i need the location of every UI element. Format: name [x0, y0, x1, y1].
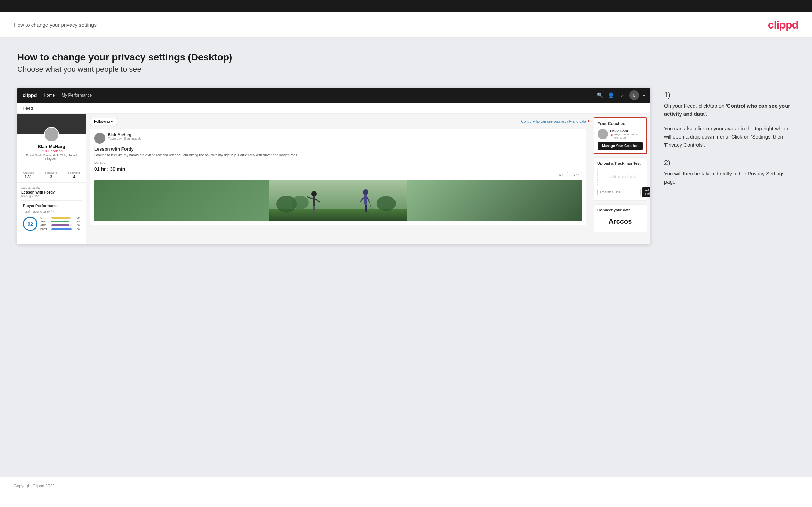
svg-rect-11: [313, 206, 314, 213]
trackman-placeholder: Trackman Link: [597, 168, 643, 185]
search-icon[interactable]: 🔍: [596, 92, 603, 99]
bar-track: [51, 217, 72, 219]
quality-info-icon: ⓘ: [51, 210, 54, 213]
bar-label: PUTT: [40, 228, 50, 231]
app-screenshot: clippd Home My Performance 🔍 👤 ○ B ▾ Fee…: [17, 88, 650, 244]
user-avatar-nav[interactable]: B: [629, 90, 639, 100]
instruction-1-extra: You can also click on your avatar in the…: [664, 124, 795, 149]
instruction-2-text: You will then be taken directly to the P…: [664, 169, 795, 186]
instruction-1-text: On your Feed, click/tap on 'Control who …: [664, 102, 795, 118]
upload-trackman-box: Upload a Trackman Test Trackman Link Add…: [594, 157, 647, 201]
article-subtitle: Choose what you want people to see: [17, 65, 795, 74]
coaches-title: Your Coaches: [598, 121, 643, 126]
profile-name: Blair McHarg: [21, 144, 82, 149]
avatar-image: [45, 128, 58, 141]
nav-home[interactable]: Home: [44, 93, 55, 98]
activities-stat: Activities 131: [23, 171, 34, 179]
manage-coaches-button[interactable]: Manage Your Coaches: [598, 142, 643, 150]
coach-club: 📍 Royal North Devon Golf Club: [610, 133, 643, 139]
site-footer: Copyright Clippd 2022: [0, 476, 812, 495]
tag-app: APP: [570, 172, 582, 177]
instruction-2: 2) You will then be taken directly to th…: [664, 159, 795, 186]
coach-avatar: [598, 129, 608, 139]
post-card: Blair McHarg Yesterday · Sunningdale Les…: [90, 129, 586, 225]
bar-fill: [51, 228, 72, 230]
instructions-col: 1) On your Feed, click/tap on 'Control w…: [664, 88, 795, 196]
profile-stats: Activities 131 Followers 3 Following 4: [17, 168, 86, 183]
center-feed: Following ▾ Control who can see your act…: [86, 114, 590, 244]
post-duration-value: 01 hr : 30 min: [94, 166, 582, 172]
profile-club: Royal North Devon Golf Club, United King…: [21, 154, 82, 161]
copyright-text: Copyright Clippd 2022: [14, 484, 55, 488]
profile-sidebar: Blair McHarg Plus Handicap Royal North D…: [17, 114, 86, 244]
bar-track: [51, 224, 72, 226]
arccos-brand: Arccos: [597, 215, 643, 228]
svg-rect-8: [313, 197, 315, 206]
app-nav: clippd Home My Performance 🔍 👤 ○ B ▾: [17, 88, 650, 103]
bar-label: APP: [40, 220, 50, 223]
svg-rect-14: [364, 195, 367, 205]
compass-icon[interactable]: ○: [618, 92, 625, 99]
following-button[interactable]: Following ▾: [90, 118, 117, 125]
svg-point-7: [311, 191, 317, 197]
svg-rect-18: [366, 205, 367, 212]
page-title: How to change your privacy settings: [14, 22, 97, 28]
latest-activity: Latest Activity Lesson with Fordy 03 Aug…: [17, 186, 86, 198]
annotation-arrow: [583, 119, 590, 123]
bar-label: ARG: [40, 224, 50, 227]
nav-my-performance[interactable]: My Performance: [62, 93, 92, 98]
coach-item: David Ford 📍 Royal North Devon Golf Club: [598, 129, 643, 139]
location-icon: 📍: [610, 134, 614, 137]
svg-marker-1: [588, 120, 590, 122]
bar-row: ARG 86: [40, 224, 80, 227]
perf-content: 92 OTT 90 APP 85 ARG: [23, 216, 80, 231]
post-tags: OTT APP: [94, 172, 582, 177]
bar-row: PUTT 96: [40, 228, 80, 231]
trackman-input-row: Add Link: [597, 187, 643, 197]
bar-row: APP 85: [40, 220, 80, 223]
bar-track: [51, 221, 72, 222]
privacy-link[interactable]: Control who can see your activity and da…: [521, 120, 586, 123]
post-author-avatar: [94, 133, 105, 144]
svg-point-5: [292, 196, 309, 209]
tag-ott: OTT: [556, 172, 568, 177]
bar-fill: [51, 221, 69, 222]
profile-banner: [17, 114, 86, 134]
svg-point-13: [363, 189, 368, 195]
two-column-layout: clippd Home My Performance 🔍 👤 ○ B ▾ Fee…: [17, 88, 795, 244]
site-logo: clippd: [768, 19, 798, 31]
bar-track: [51, 228, 72, 230]
followers-stat: Followers 3: [45, 171, 57, 179]
user-icon[interactable]: 👤: [607, 92, 614, 99]
app-body: Blair McHarg Plus Handicap Royal North D…: [17, 114, 650, 244]
bar-value: 85: [74, 220, 80, 223]
player-performance: Player Performance Total Player Quality …: [20, 200, 83, 234]
golfer-svg: [94, 180, 582, 221]
svg-rect-17: [365, 205, 366, 212]
instruction-1: 1) On your Feed, click/tap on 'Control w…: [664, 91, 795, 149]
app-logo: clippd: [23, 92, 37, 98]
profile-handicap: Plus Handicap: [21, 149, 82, 153]
coaches-box: Your Coaches David Ford 📍 Royal North De…: [594, 117, 647, 154]
perf-bars: OTT 90 APP 85 ARG 86: [40, 216, 80, 231]
feed-tab[interactable]: Feed: [17, 103, 650, 114]
main-content: How to change your privacy settings (Des…: [0, 38, 812, 476]
following-bar: Following ▾ Control who can see your act…: [90, 118, 586, 125]
bar-label: OTT: [40, 216, 50, 219]
article-title: How to change your privacy settings (Des…: [17, 52, 795, 63]
post-duration-label: Duration: [94, 161, 582, 164]
following-stat: Following 4: [68, 171, 80, 179]
connect-data-box: Connect your data Arccos: [594, 204, 647, 232]
trackman-link-input[interactable]: [597, 189, 641, 195]
score-circle: 92: [23, 217, 37, 231]
avatar-dropdown-arrow[interactable]: ▾: [643, 93, 645, 97]
profile-avatar: [44, 127, 59, 142]
bar-value: 96: [74, 228, 80, 231]
post-header: Blair McHarg Yesterday · Sunningdale: [94, 133, 582, 144]
site-header: How to change your privacy settings clip…: [0, 12, 812, 38]
add-link-button[interactable]: Add Link: [642, 187, 650, 197]
right-sidebar: Your Coaches David Ford 📍 Royal North De…: [590, 114, 650, 244]
svg-point-6: [377, 196, 396, 211]
instruction-1-number: 1): [664, 91, 795, 99]
svg-rect-12: [314, 206, 315, 213]
